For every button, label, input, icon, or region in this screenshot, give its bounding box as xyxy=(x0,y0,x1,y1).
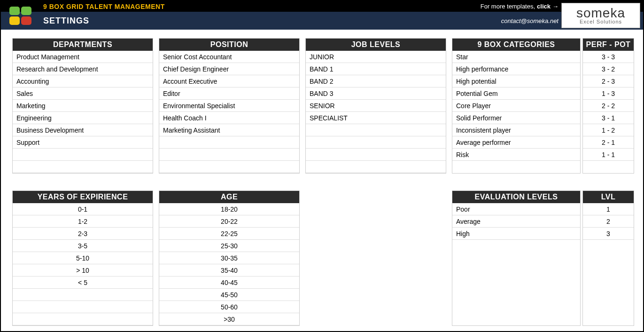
list-item[interactable]: > 10 xyxy=(13,264,153,277)
list-item[interactable]: 22-25 xyxy=(159,228,299,240)
list-item[interactable]: JUNIOR xyxy=(306,51,446,63)
list-item[interactable]: 1 - 2 xyxy=(583,124,634,136)
list-item[interactable]: 45-50 xyxy=(159,289,299,301)
list-item[interactable]: Account Executive xyxy=(159,75,299,87)
list-item[interactable]: 2 xyxy=(583,215,634,228)
list-item[interactable]: 1-2 xyxy=(13,215,153,228)
list-item[interactable]: Core Player xyxy=(452,100,580,112)
brand-logo[interactable]: someka Excel Solutions xyxy=(561,3,640,28)
list-item[interactable]: BAND 3 xyxy=(306,87,446,100)
contact-email[interactable]: contact@someka.net xyxy=(501,17,559,24)
list-item[interactable]: Risk xyxy=(452,149,580,161)
list-item[interactable] xyxy=(13,301,153,313)
list-item[interactable]: Health Coach I xyxy=(159,112,299,124)
list-item[interactable]: Accounting xyxy=(13,75,153,87)
list-item[interactable]: 5-10 xyxy=(13,252,153,264)
list-item[interactable]: Poor xyxy=(452,203,580,215)
icon-green xyxy=(9,7,20,15)
evaluation-body: PoorAverageHigh xyxy=(452,203,580,240)
joblevels-header: JOB LEVELS xyxy=(306,39,446,51)
list-item[interactable] xyxy=(306,161,446,173)
age-header: AGE xyxy=(159,191,299,203)
list-item[interactable]: 1 - 1 xyxy=(583,149,634,161)
position-header: POSITION xyxy=(159,39,299,51)
list-item[interactable]: 1 - 3 xyxy=(583,87,634,100)
list-item[interactable]: High xyxy=(452,228,580,240)
list-item[interactable]: < 5 xyxy=(13,277,153,289)
second-row: YEARS OF EXPIRIENCE 0-11-22-33-55-10> 10… xyxy=(12,190,634,326)
list-item[interactable]: 25-30 xyxy=(159,240,299,252)
experience-body: 0-11-22-33-55-10> 10< 5 xyxy=(13,203,153,325)
list-item[interactable] xyxy=(13,161,153,173)
list-item[interactable]: 2 - 3 xyxy=(583,75,634,87)
list-item[interactable]: 2-3 xyxy=(13,228,153,240)
list-item[interactable]: Average xyxy=(452,215,580,228)
joblevels-body: JUNIORBAND 1BAND 2BAND 3SENIORSPECIALIST xyxy=(306,51,446,173)
list-item[interactable]: BAND 2 xyxy=(306,75,446,87)
age-table: AGE 18-2020-2222-2525-3030-3535-4040-454… xyxy=(159,190,300,326)
list-item[interactable]: 2 - 1 xyxy=(583,136,634,149)
experience-header: YEARS OF EXPIRIENCE xyxy=(13,191,153,203)
list-item[interactable]: Environmental Specialist xyxy=(159,100,299,112)
list-item[interactable]: Inconsistent player xyxy=(452,124,580,136)
categories-split: 9 BOX CATEGORIES StarHigh performanceHig… xyxy=(452,38,634,174)
categories-body: StarHigh performanceHigh potentialPotent… xyxy=(452,51,580,161)
list-item[interactable]: 3 - 3 xyxy=(583,51,634,63)
list-item[interactable]: 3-5 xyxy=(13,240,153,252)
list-item[interactable]: Product Management xyxy=(13,51,153,63)
list-item[interactable]: BAND 1 xyxy=(306,63,446,75)
list-item[interactable]: Business Development xyxy=(13,124,153,136)
list-item[interactable]: 3 - 1 xyxy=(583,112,634,124)
list-item[interactable]: Marketing xyxy=(13,100,153,112)
categories-table: 9 BOX CATEGORIES StarHigh performanceHig… xyxy=(452,38,581,174)
list-item[interactable] xyxy=(159,161,299,173)
more-templates-link[interactable]: For more templates, click → xyxy=(481,3,559,10)
list-item[interactable] xyxy=(306,136,446,149)
settings-content: DEPARTMENTS Product ManagementResearch a… xyxy=(1,30,643,332)
list-item[interactable]: Star xyxy=(452,51,580,63)
list-item[interactable]: >30 xyxy=(159,313,299,325)
list-item[interactable] xyxy=(159,149,299,161)
list-item[interactable]: Solid Performer xyxy=(452,112,580,124)
list-item[interactable]: High potential xyxy=(452,75,580,87)
list-item[interactable]: Chief Design Engineer xyxy=(159,63,299,75)
list-item[interactable]: High performance xyxy=(452,63,580,75)
position-table: POSITION Senior Cost AccountantChief Des… xyxy=(159,38,300,174)
icon-red xyxy=(21,16,31,25)
list-item[interactable]: 30-35 xyxy=(159,252,299,264)
list-item[interactable]: 20-22 xyxy=(159,215,299,228)
empty-column xyxy=(305,190,446,326)
position-body: Senior Cost AccountantChief Design Engin… xyxy=(159,51,299,173)
list-item[interactable]: Marketing Assistant xyxy=(159,124,299,136)
list-item[interactable] xyxy=(13,289,153,301)
list-item[interactable] xyxy=(159,136,299,149)
list-item[interactable]: 1 xyxy=(583,203,634,215)
list-item[interactable]: 18-20 xyxy=(159,203,299,215)
list-item[interactable]: 3 - 2 xyxy=(583,63,634,75)
list-item[interactable]: Senior Cost Accountant xyxy=(159,51,299,63)
list-item[interactable]: Potential Gem xyxy=(452,87,580,100)
arrow-right-icon: → xyxy=(552,3,559,10)
list-item[interactable]: Engineering xyxy=(13,112,153,124)
list-item[interactable]: SPECIALIST xyxy=(306,112,446,124)
list-item[interactable]: 0-1 xyxy=(13,203,153,215)
list-item[interactable] xyxy=(13,149,153,161)
page-subtitle: SETTINGS xyxy=(43,16,89,26)
list-item[interactable]: Average performer xyxy=(452,136,580,149)
list-item[interactable]: Support xyxy=(13,136,153,149)
list-item[interactable]: 3 xyxy=(583,228,634,240)
list-item[interactable] xyxy=(306,149,446,161)
icon-green-2 xyxy=(21,7,31,15)
list-item[interactable]: SENIOR xyxy=(306,100,446,112)
list-item[interactable]: 35-40 xyxy=(159,264,299,277)
list-item[interactable]: 2 - 2 xyxy=(583,100,634,112)
header: 9 BOX GRID TALENT MANAGEMENT For more te… xyxy=(1,1,643,30)
list-item[interactable]: Sales xyxy=(13,87,153,100)
logo-brand-text: someka xyxy=(576,7,625,20)
list-item[interactable]: Research and Development xyxy=(13,63,153,75)
list-item[interactable]: Editor xyxy=(159,87,299,100)
list-item[interactable]: 50-60 xyxy=(159,301,299,313)
list-item[interactable]: 40-45 xyxy=(159,277,299,289)
list-item[interactable] xyxy=(306,124,446,136)
list-item[interactable] xyxy=(13,313,153,325)
